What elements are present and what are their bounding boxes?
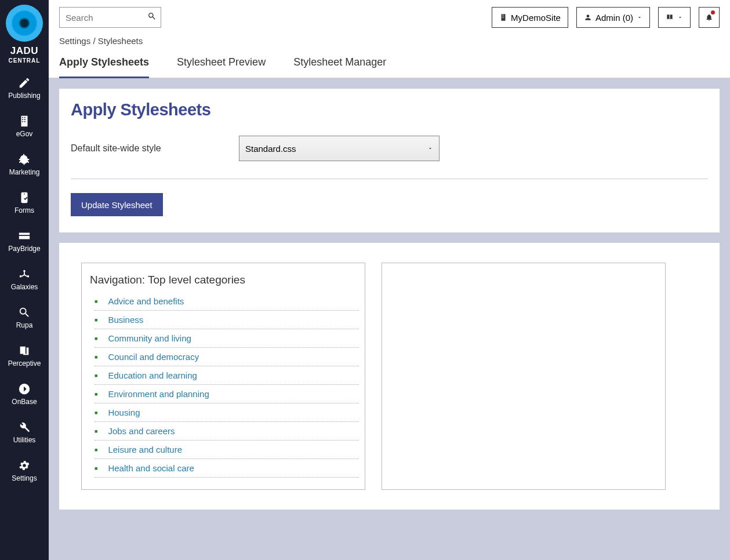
sidebar-item-label: Utilities bbox=[13, 436, 36, 444]
user-menu-label: Admin (0) bbox=[595, 13, 633, 23]
book-icon bbox=[666, 13, 674, 21]
category-link[interactable]: Housing bbox=[108, 408, 140, 417]
category-link[interactable]: Advice and benefits bbox=[108, 296, 184, 306]
sidebar-item-label: eGov bbox=[16, 130, 33, 138]
sidebar-item-paybridge[interactable]: PayBridge bbox=[0, 230, 49, 253]
sidebar-item-galaxies[interactable]: Galaxies bbox=[0, 268, 49, 291]
sidebar-item-label: Forms bbox=[14, 206, 34, 214]
card-icon bbox=[18, 230, 31, 242]
page-title: Apply Stylesheets bbox=[71, 100, 708, 119]
sidebar-item-onbase[interactable]: OnBase bbox=[0, 383, 49, 406]
site-selector-button[interactable]: MyDemoSite bbox=[492, 7, 568, 28]
search-box bbox=[59, 7, 161, 28]
tabs: Apply StylesheetsStylesheet PreviewStyle… bbox=[49, 46, 730, 78]
sidebar-item-label: Settings bbox=[12, 474, 37, 482]
list-item: Leisure and culture bbox=[95, 441, 359, 459]
category-link[interactable]: Environment and planning bbox=[108, 389, 209, 399]
sidebar: JADU CENTRAL PublishingeGovMarketingForm… bbox=[0, 0, 49, 560]
sidebar-item-egov[interactable]: eGov bbox=[0, 115, 49, 138]
category-link[interactable]: Business bbox=[108, 315, 143, 325]
tab-stylesheet-preview[interactable]: Stylesheet Preview bbox=[177, 56, 266, 78]
brand-name: JADU bbox=[10, 45, 38, 57]
default-style-select[interactable]: Standard.css bbox=[239, 136, 440, 161]
sidebar-item-label: Publishing bbox=[8, 92, 40, 100]
list-item: Advice and benefits bbox=[95, 292, 359, 311]
tab-apply-stylesheets[interactable]: Apply Stylesheets bbox=[59, 56, 149, 78]
topbar: MyDemoSite Admin (0) bbox=[49, 0, 730, 28]
caret-down-icon bbox=[637, 14, 642, 20]
clipboard-icon bbox=[18, 191, 31, 204]
tab-stylesheet-manager[interactable]: Stylesheet Manager bbox=[293, 56, 386, 78]
sidebar-item-publishing[interactable]: Publishing bbox=[0, 77, 49, 100]
magnifier-icon bbox=[18, 306, 31, 319]
pencil-icon bbox=[18, 77, 31, 89]
sidebar-item-rupa[interactable]: Rupa bbox=[0, 306, 49, 329]
divider bbox=[71, 179, 708, 179]
list-item: Council and democracy bbox=[95, 348, 359, 366]
list-item: Housing bbox=[95, 403, 359, 422]
user-icon bbox=[584, 13, 592, 21]
preview-right-box bbox=[382, 263, 666, 490]
sidebar-item-forms[interactable]: Forms bbox=[0, 191, 49, 214]
notifications-button[interactable] bbox=[699, 7, 720, 28]
breadcrumb: Settings / Stylesheets bbox=[49, 28, 730, 46]
sidebar-item-utilities[interactable]: Utilities bbox=[0, 421, 49, 444]
update-stylesheet-button[interactable]: Update Stylesheet bbox=[71, 193, 163, 216]
notification-dot-icon bbox=[711, 10, 715, 14]
user-menu-button[interactable]: Admin (0) bbox=[576, 7, 650, 28]
gear-icon bbox=[18, 459, 31, 472]
sidebar-item-label: Galaxies bbox=[11, 283, 38, 291]
search-input[interactable] bbox=[59, 7, 161, 28]
list-item: Health and social care bbox=[95, 459, 359, 478]
apply-stylesheets-panel: Apply Stylesheets Default site-wide styl… bbox=[59, 89, 720, 232]
brand-subtitle: CENTRAL bbox=[9, 57, 41, 64]
network-icon bbox=[18, 268, 31, 281]
list-item: Education and learning bbox=[95, 366, 359, 385]
sidebar-item-perceptive[interactable]: Perceptive bbox=[0, 344, 49, 368]
sidebar-item-label: OnBase bbox=[12, 398, 37, 406]
category-link[interactable]: Community and living bbox=[108, 333, 191, 343]
category-link[interactable]: Health and social care bbox=[108, 463, 194, 473]
category-link[interactable]: Education and learning bbox=[108, 370, 197, 380]
list-item: Community and living bbox=[95, 329, 359, 348]
bell-icon bbox=[705, 13, 713, 21]
search-icon[interactable] bbox=[147, 12, 157, 23]
site-selector-label: MyDemoSite bbox=[511, 13, 561, 23]
caret-down-icon bbox=[677, 14, 683, 20]
sidebar-item-label: PayBridge bbox=[8, 245, 40, 253]
circle-arrow-icon bbox=[18, 383, 31, 395]
building-icon bbox=[499, 13, 507, 21]
navigation-categories-box: Navigation: Top level categories Advice … bbox=[81, 263, 365, 490]
book-menu-button[interactable] bbox=[658, 7, 691, 28]
docs-icon bbox=[18, 344, 31, 357]
list-item: Environment and planning bbox=[95, 385, 359, 403]
category-link[interactable]: Council and democracy bbox=[108, 352, 199, 362]
sidebar-item-settings[interactable]: Settings bbox=[0, 459, 49, 482]
navigation-list[interactable]: Advice and benefitsBusinessCommunity and… bbox=[82, 292, 365, 489]
breadcrumb-current: Stylesheets bbox=[98, 36, 143, 46]
list-item: Jobs and careers bbox=[95, 422, 359, 441]
breadcrumb-root[interactable]: Settings bbox=[59, 36, 90, 46]
default-style-label: Default site-wide style bbox=[71, 143, 221, 154]
sidebar-item-label: Perceptive bbox=[8, 359, 41, 368]
wrench-icon bbox=[18, 421, 31, 434]
sidebar-item-marketing[interactable]: Marketing bbox=[0, 153, 49, 176]
preview-panel: Navigation: Top level categories Advice … bbox=[59, 243, 720, 510]
building-icon bbox=[18, 115, 31, 128]
sidebar-item-label: Rupa bbox=[16, 321, 33, 329]
list-item: Business bbox=[95, 311, 359, 329]
logo-icon bbox=[6, 5, 43, 42]
category-link[interactable]: Jobs and careers bbox=[108, 426, 175, 436]
navigation-title: Navigation: Top level categories bbox=[82, 263, 365, 292]
category-link[interactable]: Leisure and culture bbox=[108, 445, 182, 454]
bullhorn-icon bbox=[18, 153, 31, 166]
sidebar-item-label: Marketing bbox=[9, 168, 40, 176]
